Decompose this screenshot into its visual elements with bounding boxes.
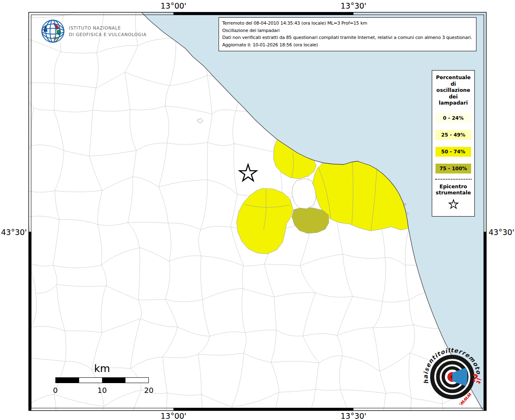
- scale-segment: [56, 378, 79, 383]
- megaphone-bell: [463, 368, 467, 386]
- event-info-box: Terremoto del 08-04-2010 14:35:43 (ora l…: [219, 17, 476, 51]
- scale-tick-0: 0: [53, 386, 57, 395]
- scale-segment: [125, 378, 149, 383]
- legend-class-2: 50 - 74%: [435, 147, 471, 157]
- scale-bar: km 0 10 20: [45, 363, 164, 399]
- ingv-name-line2: DI GEOFISICA E VULCANOLOGIA: [69, 31, 146, 38]
- event-effect: Oscillazione dei lampadari: [222, 27, 473, 34]
- quake-map-page: ? haisentitoilterremoto.it www. 13°00' 1…: [0, 0, 515, 420]
- axis-label-bottom-lon1: 13°00': [160, 411, 186, 420]
- scale-segment: [102, 378, 125, 383]
- axis-label-top-lon2: 13°30': [340, 1, 366, 10]
- legend-class-3: 75 - 100%: [435, 164, 471, 173]
- axis-label-left-lat: 43°30': [1, 228, 27, 237]
- ingv-logo: ISTITUTO NAZIONALE DI GEOFISICA E VULCAN…: [40, 18, 146, 44]
- legend-box: Percentuale di oscillazione dei lampadar…: [432, 70, 475, 217]
- scale-tick-10: 10: [98, 386, 107, 395]
- legend-separator: [435, 179, 472, 180]
- ingv-globe-icon: [40, 18, 66, 44]
- legend-class-0: 0 - 24%: [435, 113, 471, 123]
- axis-label-bottom-lon2: 13°30': [340, 411, 366, 420]
- frame-black-right: [484, 232, 487, 411]
- watermark-site-suffix: .it: [475, 374, 482, 384]
- scale-segment: [79, 378, 103, 383]
- frame-black-top: [173, 12, 353, 15]
- scale-tick-20: 20: [144, 386, 154, 395]
- frame-black-left: [29, 232, 32, 411]
- legend-epicenter-label: Epicentro strumentale: [434, 183, 473, 196]
- scale-bar-unit: km: [55, 363, 149, 374]
- axis-label-right-lat: 43°30': [488, 228, 515, 237]
- frame-black-bottom: [173, 408, 353, 411]
- axis-label-top-lon1: 13°00': [160, 1, 186, 10]
- event-updated-line: Aggiornato il: 10-01-2026 18:56 (ora loc…: [222, 41, 473, 49]
- legend-class-1: 25 - 49%: [435, 130, 471, 140]
- event-title: Terremoto del 08-04-2010 14:35:43 (ora l…: [222, 20, 473, 27]
- event-data-note: Dati non verificati estratti da 85 quest…: [222, 34, 473, 41]
- ingv-name-line1: ISTITUTO NAZIONALE: [69, 25, 146, 31]
- legend-star-icon: [434, 199, 473, 211]
- scale-bar-segments: [55, 377, 149, 383]
- legend-title: Percentuale di oscillazione dei lampadar…: [434, 74, 473, 106]
- ingv-wordmark: ISTITUTO NAZIONALE DI GEOFISICA E VULCAN…: [69, 25, 146, 38]
